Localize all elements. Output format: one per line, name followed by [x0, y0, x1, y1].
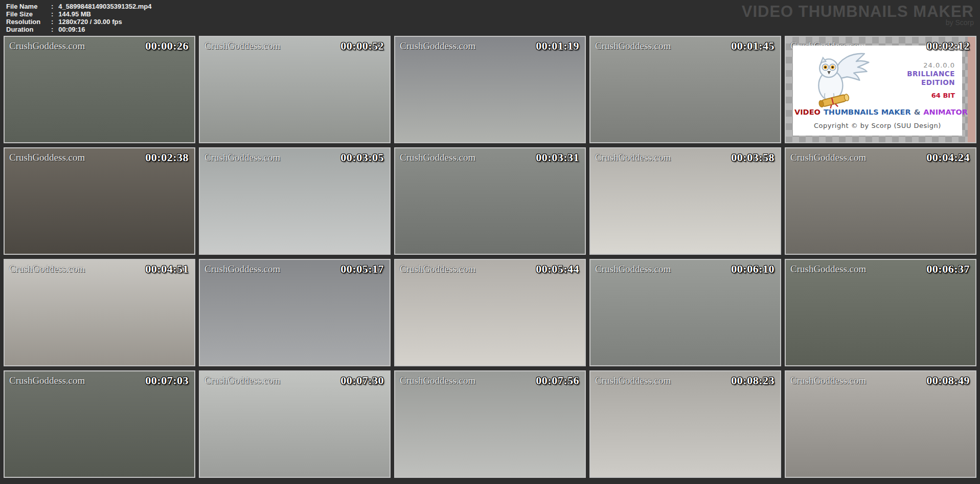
video-thumbnail[interactable]: CrushGoddess.com 00:04:51 [4, 259, 195, 366]
timestamp-label: 00:02:12 [926, 39, 970, 53]
video-thumbnail[interactable]: CrushGoddess.com 00:00:52 [199, 36, 391, 143]
meta-separator: : [51, 18, 53, 26]
watermark-text: CrushGoddess.com [790, 375, 866, 386]
watermark-text: CrushGoddess.com [9, 263, 85, 275]
video-thumbnail[interactable]: CrushGoddess.com 00:02:12 [785, 36, 976, 143]
product-word-thumbnails-maker: THUMBNAILS MAKER [824, 108, 911, 116]
meta-value-filesize: 144.95 MB [58, 10, 91, 18]
meta-label: Duration [6, 26, 51, 33]
meta-row-filename: File Name:4_5899848149035391352.mp4 [6, 3, 152, 10]
timestamp-label: 00:05:17 [340, 262, 384, 276]
meta-separator: : [51, 26, 53, 33]
video-thumbnail[interactable]: CrushGoddess.com 00:06:37 [785, 259, 976, 366]
meta-value-filename: 4_5899848149035391352.mp4 [58, 3, 151, 10]
owl-logo-icon [805, 49, 872, 111]
timestamp-label: 00:05:44 [536, 262, 579, 276]
video-thumbnail[interactable]: CrushGoddess.com 00:00:26 [4, 36, 195, 143]
timestamp-label: 00:07:03 [145, 374, 189, 387]
file-metadata: File Name:4_5899848149035391352.mp4 File… [6, 3, 152, 33]
thumbnail-grid: CrushGoddess.com 00:00:26 CrushGoddess.c… [0, 36, 980, 484]
edition-name-line2: EDITION [907, 78, 955, 87]
bitness-label: 64 BIT [907, 91, 955, 100]
meta-label: File Size [6, 10, 51, 18]
watermark-text: CrushGoddess.com [9, 375, 85, 386]
video-thumbnail[interactable]: CrushGoddess.com 00:07:30 [199, 370, 391, 478]
video-thumbnail[interactable]: CrushGoddess.com 00:05:44 [394, 259, 586, 366]
timestamp-label: 00:03:31 [536, 151, 579, 164]
watermark-text: CrushGoddess.com [400, 152, 475, 163]
watermark-text: CrushGoddess.com [204, 152, 280, 163]
timestamp-label: 00:07:30 [340, 374, 384, 387]
product-word-video: VIDEO [794, 108, 821, 116]
version-number: 24.0.0.0 [907, 61, 955, 70]
watermark-text: CrushGoddess.com [790, 263, 866, 275]
timestamp-label: 00:00:26 [145, 39, 189, 53]
vtm-logo-card: 24.0.0.0 BRILLIANCE EDITION 64 BIT VIDEO… [793, 46, 962, 136]
timestamp-label: 00:06:37 [926, 262, 970, 276]
meta-value-duration: 00:09:16 [58, 26, 85, 33]
meta-value-resolution: 1280x720 / 30.00 fps [58, 18, 122, 26]
timestamp-label: 00:01:19 [536, 39, 579, 53]
meta-label: File Name [6, 3, 51, 10]
video-thumbnail[interactable]: CrushGoddess.com 00:08:49 [785, 370, 976, 478]
watermark-text: CrushGoddess.com [790, 152, 866, 163]
header: File Name:4_5899848149035391352.mp4 File… [0, 0, 980, 36]
timestamp-label: 00:00:52 [340, 39, 384, 53]
watermark-text: CrushGoddess.com [595, 40, 671, 52]
watermark-text: CrushGoddess.com [9, 40, 85, 52]
watermark-text: CrushGoddess.com [595, 152, 671, 163]
copyright-line: Copyright © by Scorp (SUU Design) [793, 122, 962, 129]
video-thumbnail[interactable]: CrushGoddess.com 00:07:03 [4, 370, 195, 478]
timestamp-label: 00:06:10 [731, 262, 774, 276]
edition-name: BRILLIANCE [907, 70, 955, 78]
timestamp-label: 00:02:38 [145, 151, 189, 164]
meta-separator: : [51, 3, 53, 10]
product-ampersand: & [914, 108, 921, 116]
product-word-animator: ANIMATOR [923, 108, 968, 116]
timestamp-label: 00:08:23 [731, 374, 774, 387]
meta-separator: : [51, 10, 53, 18]
video-thumbnail[interactable]: CrushGoddess.com 00:03:31 [394, 147, 586, 255]
video-thumbnail[interactable]: CrushGoddess.com 00:02:38 [4, 147, 195, 255]
watermark-text: CrushGoddess.com [400, 263, 475, 275]
video-thumbnail[interactable]: CrushGoddess.com 00:03:58 [589, 147, 781, 255]
meta-row-resolution: Resolution:1280x720 / 30.00 fps [6, 18, 152, 26]
watermark-text: CrushGoddess.com [9, 152, 85, 163]
watermark-text: CrushGoddess.com [400, 40, 475, 52]
video-thumbnail[interactable]: CrushGoddess.com 00:06:10 [589, 259, 781, 366]
video-thumbnail[interactable]: CrushGoddess.com 00:05:17 [199, 259, 391, 366]
timestamp-label: 00:03:58 [731, 151, 774, 164]
watermark-text: CrushGoddess.com [204, 40, 280, 52]
video-thumbnail[interactable]: CrushGoddess.com 00:01:45 [589, 36, 781, 143]
video-thumbnail[interactable]: CrushGoddess.com 00:01:19 [394, 36, 586, 143]
watermark-text: CrushGoddess.com [595, 263, 671, 275]
timestamp-label: 00:04:51 [145, 262, 189, 276]
version-block: 24.0.0.0 BRILLIANCE EDITION 64 BIT [907, 61, 955, 100]
video-thumbnail[interactable]: CrushGoddess.com 00:08:23 [589, 370, 781, 478]
video-thumbnail[interactable]: CrushGoddess.com 00:03:05 [199, 147, 391, 255]
brand: VIDEO THUMBNAILS MAKER by Scorp [742, 4, 974, 27]
app-title: VIDEO THUMBNAILS MAKER [742, 4, 974, 19]
meta-row-filesize: File Size:144.95 MB [6, 10, 152, 18]
timestamp-label: 00:01:45 [731, 39, 774, 53]
timestamp-label: 00:07:56 [536, 374, 579, 387]
timestamp-label: 00:04:24 [926, 151, 970, 164]
meta-label: Resolution [6, 18, 51, 26]
watermark-text: CrushGoddess.com [595, 375, 671, 386]
watermark-text: CrushGoddess.com [204, 375, 280, 386]
video-thumbnail[interactable]: CrushGoddess.com 00:07:56 [394, 370, 586, 478]
meta-row-duration: Duration:00:09:16 [6, 26, 152, 33]
watermark-text: CrushGoddess.com [400, 375, 475, 386]
product-name-line: VIDEOTHUMBNAILS MAKER&ANIMATOR [793, 108, 962, 116]
watermark-text: CrushGoddess.com [204, 263, 280, 275]
timestamp-label: 00:03:05 [340, 151, 384, 164]
timestamp-label: 00:08:49 [926, 374, 970, 387]
video-thumbnail[interactable]: CrushGoddess.com 00:04:24 [785, 147, 976, 255]
